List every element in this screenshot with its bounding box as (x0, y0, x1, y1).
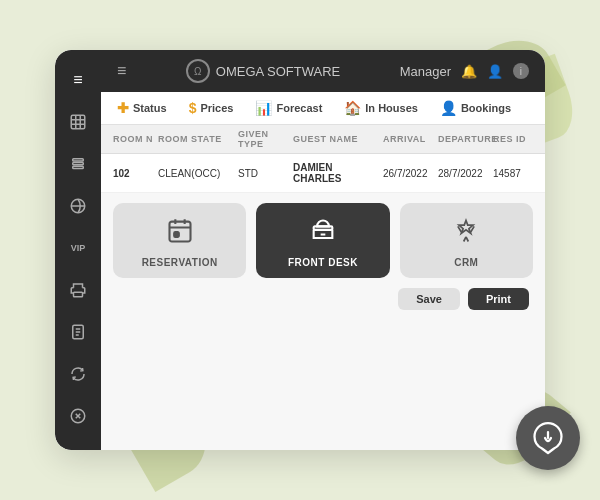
main-content: ≡ Ω OMEGA SOFTWARE Manager 🔔 👤 i ✚ Statu… (101, 50, 545, 450)
forecast-tab-icon: 📊 (255, 100, 272, 116)
brand-name: OMEGA SOFTWARE (216, 64, 340, 79)
svg-rect-3 (73, 166, 84, 168)
save-button[interactable]: Save (398, 288, 460, 310)
col-header-state: ROOM STATE (158, 134, 238, 144)
col-header-type: GIVEN TYPE (238, 129, 293, 149)
action-cards: RESERVATION FRONT DESK (113, 203, 533, 278)
info-icon[interactable]: i (513, 63, 529, 79)
prices-tab-icon: $ (189, 100, 197, 116)
frontdesk-icon (309, 217, 337, 251)
cell-state: CLEAN(OCC) (158, 168, 238, 179)
reservation-icon (166, 217, 194, 251)
topbar-center: Ω OMEGA SOFTWARE (186, 59, 340, 83)
frontdesk-card[interactable]: FRONT DESK (256, 203, 389, 278)
svg-rect-2 (73, 163, 84, 165)
cell-type: STD (238, 168, 293, 179)
status-tab-label: Status (133, 102, 167, 114)
cell-resid: 14587 (493, 168, 533, 179)
crm-label: CRM (454, 257, 478, 268)
tab-inhouses[interactable]: 🏠 In Houses (340, 98, 422, 118)
brand-logo: Ω (186, 59, 210, 83)
inhouses-tab-label: In Houses (365, 102, 418, 114)
table-header: ROOM N ROOM STATE GIVEN TYPE GUEST NAME … (101, 125, 545, 154)
tab-forecast[interactable]: 📊 Forecast (251, 98, 326, 118)
sidebar-icon-close[interactable] (60, 398, 96, 434)
sidebar: ≡ VIP (55, 50, 101, 450)
bookings-tab-icon: 👤 (440, 100, 457, 116)
actions-area: RESERVATION FRONT DESK (101, 193, 545, 320)
print-button[interactable]: Print (468, 288, 529, 310)
bottom-buttons: Save Print (113, 288, 533, 310)
sidebar-icon-menu[interactable]: ≡ (60, 62, 96, 98)
table-row[interactable]: 102 CLEAN(OCC) STD DAMIEN CHARLES 26/7/2… (101, 154, 545, 193)
sidebar-icon-building[interactable] (60, 104, 96, 140)
svg-rect-1 (73, 159, 84, 161)
forecast-tab-label: Forecast (276, 102, 322, 114)
crm-card[interactable]: CRM (400, 203, 533, 278)
sidebar-icon-printer[interactable] (60, 272, 96, 308)
frontdesk-label: FRONT DESK (288, 257, 358, 268)
svg-rect-0 (71, 115, 85, 129)
svg-rect-9 (174, 232, 179, 237)
sidebar-icon-refresh[interactable] (60, 356, 96, 392)
col-header-guest: GUEST NAME (293, 134, 383, 144)
main-window: ≡ VIP ≡ Ω O (55, 50, 545, 450)
col-header-arrival: ARRIVAL (383, 134, 438, 144)
status-tab-icon: ✚ (117, 100, 129, 116)
cell-guest: DAMIEN CHARLES (293, 162, 383, 184)
cell-room: 102 (113, 168, 158, 179)
svg-rect-5 (74, 292, 83, 297)
sidebar-icon-vip[interactable]: VIP (60, 230, 96, 266)
fab-button[interactable] (516, 406, 580, 470)
reservation-label: RESERVATION (142, 257, 218, 268)
col-header-room: ROOM N (113, 134, 158, 144)
svg-rect-10 (314, 226, 333, 230)
prices-tab-label: Prices (200, 102, 233, 114)
bell-icon[interactable]: 🔔 (461, 64, 477, 79)
sidebar-icon-document[interactable] (60, 314, 96, 350)
reservation-card[interactable]: RESERVATION (113, 203, 246, 278)
sidebar-icon-list[interactable] (60, 146, 96, 182)
topbar-right: Manager 🔔 👤 i (400, 63, 529, 79)
tab-status[interactable]: ✚ Status (113, 98, 171, 118)
topbar: ≡ Ω OMEGA SOFTWARE Manager 🔔 👤 i (101, 50, 545, 92)
inhouses-tab-icon: 🏠 (344, 100, 361, 116)
hamburger-icon[interactable]: ≡ (117, 62, 126, 80)
bookings-tab-label: Bookings (461, 102, 511, 114)
svg-rect-8 (169, 222, 190, 242)
col-header-resid: RES ID (493, 134, 533, 144)
nav-tabs: ✚ Status $ Prices 📊 Forecast 🏠 In Houses… (101, 92, 545, 125)
col-header-departure: DEPARTURE (438, 134, 493, 144)
role-label: Manager (400, 64, 451, 79)
cell-departure: 28/7/2022 (438, 168, 493, 179)
cell-arrival: 26/7/2022 (383, 168, 438, 179)
crm-icon (452, 217, 480, 251)
user-icon[interactable]: 👤 (487, 64, 503, 79)
sidebar-icon-globe[interactable] (60, 188, 96, 224)
tab-bookings[interactable]: 👤 Bookings (436, 98, 515, 118)
tab-prices[interactable]: $ Prices (185, 98, 238, 118)
topbar-left: ≡ (117, 62, 126, 80)
